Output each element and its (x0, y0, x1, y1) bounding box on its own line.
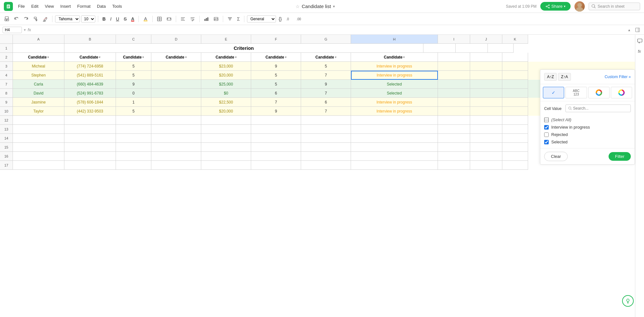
image-button[interactable] (212, 15, 220, 23)
doc-title[interactable]: Candidate list (302, 4, 331, 9)
menu-insert[interactable]: Insert (58, 3, 73, 10)
cell-g7[interactable]: 9 (301, 80, 351, 89)
row-num-10[interactable]: 10 (0, 107, 13, 116)
col-header-h[interactable]: H (351, 35, 438, 44)
dropdown-d2[interactable]: ▾ (185, 56, 187, 59)
cell-e8[interactable]: $0 (201, 89, 251, 98)
menu-format[interactable]: Format (75, 3, 93, 10)
redo-button[interactable] (22, 15, 30, 23)
cell-b9[interactable]: (578) 606-1844 (64, 98, 116, 107)
filter-type-color-wheel1[interactable] (588, 87, 610, 98)
col-header-c[interactable]: C (116, 35, 151, 44)
print-button[interactable] (3, 15, 11, 23)
cell-k7[interactable] (502, 80, 528, 89)
filter-type-color-wheel2[interactable] (611, 87, 632, 98)
cell-b8[interactable]: (524) 991-6783 (64, 89, 116, 98)
cell-d9[interactable] (151, 98, 201, 107)
cell-j8[interactable] (470, 89, 502, 98)
search-in-sheet[interactable]: Search in sheet (589, 3, 640, 10)
cell-d2[interactable]: Candidate ▾ (151, 53, 201, 62)
cell-d10[interactable] (151, 107, 201, 116)
cell-d12[interactable] (151, 116, 201, 125)
cell-j7[interactable] (470, 80, 502, 89)
cell-c10[interactable]: 5 (116, 107, 151, 116)
font-color-button[interactable]: A (129, 15, 136, 22)
cell-k1[interactable] (488, 44, 514, 53)
cell-i4[interactable] (438, 71, 470, 80)
col-header-d[interactable]: D (151, 35, 201, 44)
undo-button[interactable] (12, 15, 21, 23)
cell-h2[interactable]: Candidate ▾ (351, 53, 438, 62)
cell-k3[interactable] (502, 62, 528, 71)
clear-filter-button[interactable]: Clear (544, 152, 568, 161)
cell-b4[interactable]: (541) 889-5161 (64, 71, 116, 80)
cell-criterion-merged[interactable]: Criterion (64, 44, 423, 53)
col-header-f[interactable]: F (251, 35, 301, 44)
cell-a10[interactable]: Taylor (13, 107, 64, 116)
cell-k8[interactable] (502, 89, 528, 98)
cell-c7[interactable]: 9 (116, 80, 151, 89)
row-num-14[interactable]: 14 (0, 134, 13, 143)
cell-d3[interactable] (151, 62, 201, 71)
cell-h9[interactable]: Interview in progress (351, 98, 438, 107)
fill-color-button[interactable] (141, 15, 150, 23)
title-dropdown-icon[interactable]: ▾ (333, 4, 335, 9)
cell-i2[interactable] (438, 53, 470, 62)
cell-g10[interactable]: 7 (301, 107, 351, 116)
col-header-e[interactable]: E (201, 35, 251, 44)
row-num-15[interactable]: 15 (0, 143, 13, 152)
menu-data[interactable]: Data (94, 3, 108, 10)
checkbox-rejected[interactable] (544, 132, 549, 137)
lightbulb-button[interactable] (622, 295, 634, 307)
row-num-1[interactable]: 1 (0, 44, 13, 53)
cell-h4[interactable]: Interview in progress (351, 71, 438, 80)
increase-decimal-button[interactable]: .00 (295, 15, 304, 23)
filter-search-input[interactable] (573, 106, 628, 111)
cell-c3[interactable]: 5 (116, 62, 151, 71)
filter-type-checkmark[interactable]: ✓ (543, 87, 564, 98)
formula-expand-icon[interactable]: ▾ (24, 28, 26, 32)
cell-f10[interactable]: 9 (251, 107, 301, 116)
cell-a12[interactable] (13, 116, 64, 125)
bold-button[interactable]: B (101, 15, 107, 23)
cell-e3[interactable]: $23,000 (201, 62, 251, 71)
cell-d8[interactable] (151, 89, 201, 98)
dropdown-b2[interactable]: ▾ (99, 56, 100, 59)
collapse-button[interactable]: ▴ (627, 27, 632, 33)
cell-e2[interactable]: Candidate ▾ (201, 53, 251, 62)
align-button[interactable] (179, 15, 187, 23)
cell-i7[interactable] (438, 80, 470, 89)
cell-j10[interactable] (470, 107, 502, 116)
user-avatar[interactable] (574, 1, 585, 12)
underline-button[interactable]: U (114, 15, 121, 23)
filter-option-interview[interactable]: Interview in progress (544, 124, 631, 130)
cell-h3[interactable]: Interview in progress (351, 62, 438, 71)
col-header-k[interactable]: K (502, 35, 528, 44)
cell-i9[interactable] (438, 98, 470, 107)
strikethrough-button[interactable]: S (122, 15, 128, 23)
menu-view[interactable]: View (42, 3, 56, 10)
cell-e4[interactable]: $20,000 (201, 71, 251, 80)
cell-f4[interactable]: 5 (251, 71, 301, 80)
cell-i3[interactable] (438, 62, 470, 71)
cell-h12[interactable] (351, 116, 438, 125)
menu-tools[interactable]: Tools (109, 3, 124, 10)
wrap-button[interactable] (188, 15, 197, 23)
cell-b3[interactable]: (774) 724-6958 (64, 62, 116, 71)
row-num-9[interactable]: 9 (0, 98, 13, 107)
cell-e10[interactable]: $20,000 (201, 107, 251, 116)
custom-filter-link[interactable]: Custom Filter » (605, 75, 631, 79)
merge-button[interactable] (165, 15, 173, 23)
cell-g12[interactable] (301, 116, 351, 125)
cell-a9[interactable]: Jasmine (13, 98, 64, 107)
cell-j12[interactable] (470, 116, 502, 125)
row-num-8[interactable]: 8 (0, 89, 13, 98)
row-num-17[interactable]: 17 (0, 161, 13, 170)
cell-a7[interactable]: Carla (13, 80, 64, 89)
cell-b10[interactable]: (442) 332-9503 (64, 107, 116, 116)
dropdown-e2[interactable]: ▾ (235, 56, 237, 59)
col-header-b[interactable]: B (64, 35, 116, 44)
cell-g4[interactable]: 7 (301, 71, 351, 80)
chart-button[interactable] (202, 15, 211, 23)
font-size-selector[interactable]: 10 (81, 15, 95, 23)
